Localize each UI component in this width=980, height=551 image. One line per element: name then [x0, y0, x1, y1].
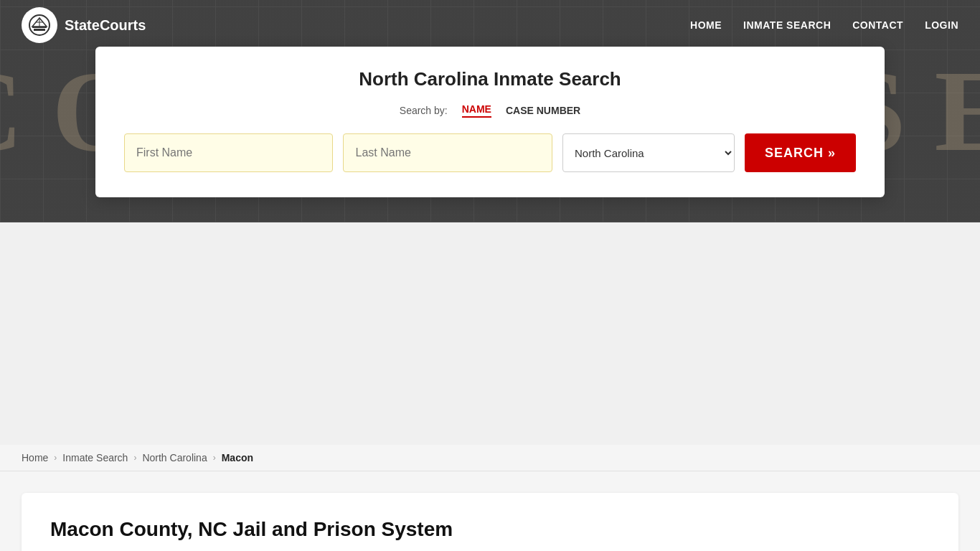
search-by-row: Search by: NAME CASE NUMBER [124, 103, 856, 118]
last-name-input[interactable] [343, 133, 552, 172]
breadcrumb-sep-1: › [54, 453, 57, 463]
svg-rect-1 [34, 29, 45, 31]
logo-area[interactable]: StateCourts [22, 7, 146, 43]
first-name-input[interactable] [124, 133, 333, 172]
search-by-label: Search by: [400, 105, 448, 116]
county-title: Macon County, NC Jail and Prison System [50, 518, 930, 541]
nav-inmate-search[interactable]: INMATE SEARCH [743, 19, 831, 31]
breadcrumb: Home › Inmate Search › North Carolina › … [0, 445, 980, 471]
main-content: Macon County, NC Jail and Prison System … [0, 471, 980, 551]
search-card-title: North Carolina Inmate Search [124, 68, 856, 90]
breadcrumb-sep-2: › [133, 453, 136, 463]
breadcrumb-home[interactable]: Home [22, 452, 48, 463]
header: COURTHOUSE StateCourts HOME INMATE SEARC… [0, 0, 980, 222]
search-card: North Carolina Inmate Search Search by: … [95, 47, 885, 197]
nav-contact[interactable]: CONTACT [852, 19, 903, 31]
logo-icon [22, 7, 57, 43]
breadcrumb-current: Macon [222, 452, 253, 463]
tab-case-number[interactable]: CASE NUMBER [506, 105, 580, 116]
content-card: Macon County, NC Jail and Prison System … [22, 493, 958, 551]
breadcrumb-north-carolina[interactable]: North Carolina [142, 452, 207, 463]
state-select[interactable]: North Carolina Alabama Alaska Arizona Ca… [562, 133, 735, 172]
nav-links: HOME INMATE SEARCH CONTACT LOGIN [690, 19, 958, 31]
nav-login[interactable]: LOGIN [925, 19, 958, 31]
logo-text: StateCourts [65, 17, 146, 34]
breadcrumb-sep-3: › [213, 453, 216, 463]
search-inputs-row: North Carolina Alabama Alaska Arizona Ca… [124, 133, 856, 172]
breadcrumb-inmate-search[interactable]: Inmate Search [62, 452, 128, 463]
top-nav: StateCourts HOME INMATE SEARCH CONTACT L… [0, 0, 980, 50]
search-button[interactable]: SEARCH » [745, 133, 856, 172]
tab-name[interactable]: NAME [462, 103, 491, 118]
nav-home[interactable]: HOME [690, 19, 722, 31]
